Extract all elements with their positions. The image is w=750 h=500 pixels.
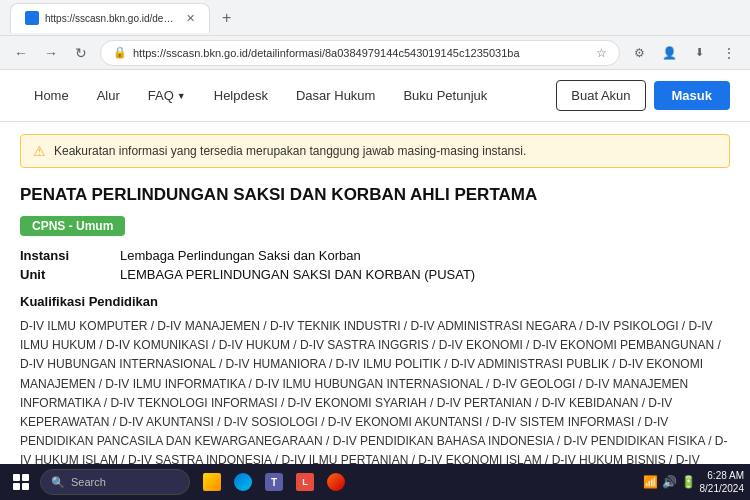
forward-button[interactable]: → bbox=[40, 42, 62, 64]
browser-tab-bar: https://sscasn.bkn.go.id/detailinformasi… bbox=[0, 0, 750, 36]
nav-buku-petunjuk[interactable]: Buku Petunjuk bbox=[389, 70, 501, 122]
dict-icon: L bbox=[296, 473, 314, 491]
taskbar-app-firefox[interactable] bbox=[322, 468, 350, 496]
tab-title: https://sscasn.bkn.go.id/detailinformasi… bbox=[45, 13, 176, 24]
unit-row: Unit LEMBAGA PERLINDUNGAN SAKSI DAN KORB… bbox=[20, 267, 730, 282]
tab-favicon bbox=[25, 11, 39, 25]
page-title: PENATA PERLINDUNGAN SAKSI DAN KORBAN AHL… bbox=[20, 184, 730, 206]
menu-button[interactable]: ⋮ bbox=[718, 42, 740, 64]
date-display: 8/21/2024 bbox=[700, 482, 745, 495]
extensions-button[interactable]: ⚙ bbox=[628, 42, 650, 64]
back-button[interactable]: ← bbox=[10, 42, 32, 64]
nav-helpdesk[interactable]: Helpdesk bbox=[200, 70, 282, 122]
nav-faq-label: FAQ bbox=[148, 88, 174, 103]
taskbar-search-bar[interactable]: 🔍 Search bbox=[40, 469, 190, 495]
taskbar-search-icon: 🔍 bbox=[51, 476, 65, 489]
start-button[interactable] bbox=[6, 468, 36, 496]
taskbar: 🔍 Search T L 📶 🔊 🔋 6:28 AM 8/21/2024 bbox=[0, 464, 750, 500]
buat-akun-button[interactable]: Buat Akun bbox=[556, 80, 645, 111]
reload-button[interactable]: ↻ bbox=[70, 42, 92, 64]
taskbar-app-teams[interactable]: T bbox=[260, 468, 288, 496]
masuk-button[interactable]: Masuk bbox=[654, 81, 730, 110]
tab-close[interactable]: ✕ bbox=[186, 12, 195, 25]
address-bar[interactable]: 🔒 https://sscasn.bkn.go.id/detailinforma… bbox=[100, 40, 620, 66]
kualifikasi-title: Kualifikasi Pendidikan bbox=[20, 294, 730, 309]
kualifikasi-text: D-IV ILMU KOMPUTER / D-IV MANAJEMEN / D-… bbox=[20, 317, 730, 464]
taskbar-apps: T L bbox=[198, 468, 350, 496]
instansi-row: Instansi Lembaga Perlindungan Saksi dan … bbox=[20, 248, 730, 263]
nav-home[interactable]: Home bbox=[20, 70, 83, 122]
instansi-label: Instansi bbox=[20, 248, 100, 263]
star-icon[interactable]: ☆ bbox=[596, 46, 607, 60]
taskbar-system-icons: 📶 🔊 🔋 bbox=[643, 475, 696, 489]
warning-text: Keakuratan informasi yang tersedia merup… bbox=[54, 144, 526, 158]
nav-dasar-hukum[interactable]: Dasar Hukum bbox=[282, 70, 389, 122]
network-icon[interactable]: 📶 bbox=[643, 475, 658, 489]
windows-logo bbox=[13, 474, 29, 490]
warning-icon: ⚠ bbox=[33, 143, 46, 159]
taskbar-time[interactable]: 6:28 AM 8/21/2024 bbox=[700, 469, 745, 495]
unit-label: Unit bbox=[20, 267, 100, 282]
taskbar-app-dict[interactable]: L bbox=[291, 468, 319, 496]
taskbar-search-text: Search bbox=[71, 476, 106, 488]
teams-icon: T bbox=[265, 473, 283, 491]
address-bar-row: ← → ↻ 🔒 https://sscasn.bkn.go.id/detaili… bbox=[0, 36, 750, 70]
download-button[interactable]: ⬇ bbox=[688, 42, 710, 64]
volume-icon[interactable]: 🔊 bbox=[662, 475, 677, 489]
battery-icon[interactable]: 🔋 bbox=[681, 475, 696, 489]
taskbar-app-edge[interactable] bbox=[229, 468, 257, 496]
page-content: Home Alur FAQ ▼ Helpdesk Dasar Hukum Buk… bbox=[0, 70, 750, 464]
file-explorer-icon bbox=[203, 473, 221, 491]
url-text: https://sscasn.bkn.go.id/detailinformasi… bbox=[133, 47, 590, 59]
nav-faq[interactable]: FAQ ▼ bbox=[134, 70, 200, 122]
chevron-down-icon: ▼ bbox=[177, 91, 186, 101]
warning-banner: ⚠ Keakuratan informasi yang tersedia mer… bbox=[20, 134, 730, 168]
nav-alur[interactable]: Alur bbox=[83, 70, 134, 122]
lock-icon: 🔒 bbox=[113, 46, 127, 59]
time-display: 6:28 AM bbox=[707, 469, 744, 482]
edge-icon bbox=[234, 473, 252, 491]
taskbar-app-explorer[interactable] bbox=[198, 468, 226, 496]
cpns-badge: CPNS - Umum bbox=[20, 216, 125, 236]
navbar: Home Alur FAQ ▼ Helpdesk Dasar Hukum Buk… bbox=[0, 70, 750, 122]
instansi-value: Lembaga Perlindungan Saksi dan Korban bbox=[120, 248, 361, 263]
profile-button[interactable]: 👤 bbox=[658, 42, 680, 64]
info-table: Instansi Lembaga Perlindungan Saksi dan … bbox=[20, 248, 730, 282]
active-tab[interactable]: https://sscasn.bkn.go.id/detailinformasi… bbox=[10, 3, 210, 33]
main-content: PENATA PERLINDUNGAN SAKSI DAN KORBAN AHL… bbox=[0, 176, 750, 464]
new-tab-button[interactable]: + bbox=[222, 9, 231, 27]
unit-value: LEMBAGA PERLINDUNGAN SAKSI DAN KORBAN (P… bbox=[120, 267, 475, 282]
address-bar-icons: ☆ bbox=[596, 46, 607, 60]
firefox-icon bbox=[327, 473, 345, 491]
